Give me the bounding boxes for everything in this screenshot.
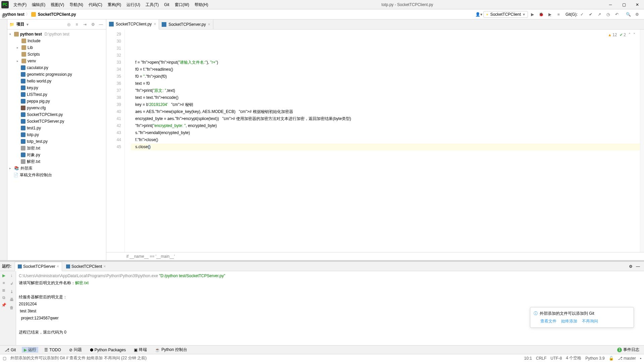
- tool-terminal[interactable]: ▣终端: [132, 347, 149, 353]
- memory-indicator-icon[interactable]: ▪: [640, 356, 641, 361]
- readonly-icon[interactable]: 🔓: [609, 356, 614, 361]
- code-line[interactable]: "fn">print("encrypted_byte: ", encrypted…: [131, 122, 640, 129]
- close-tab-icon[interactable]: ×: [154, 22, 156, 26]
- user-icon[interactable]: 👤▾: [475, 11, 483, 18]
- tool-git[interactable]: ⎇Git: [3, 348, 18, 352]
- code-line[interactable]: f0 = f."fn">readlines(): [131, 66, 640, 73]
- code-line[interactable]: [131, 52, 640, 59]
- rerun-button[interactable]: ▶: [2, 273, 5, 278]
- editor-breadcrumb[interactable]: if __name__ == '__main__': [106, 252, 644, 260]
- gear-icon[interactable]: ⚙: [90, 22, 96, 27]
- menu-file[interactable]: 文件(F): [11, 0, 29, 9]
- tree-item[interactable]: pyvenv.cfg: [7, 105, 106, 111]
- tree-item[interactable]: totp.py: [7, 131, 106, 138]
- tree-scratches[interactable]: 草稿文件和控制台: [20, 172, 52, 178]
- code-line[interactable]: "fn">print("原文: ",text): [131, 87, 640, 94]
- soft-wrap-button[interactable]: ↲: [10, 281, 13, 286]
- gear-icon[interactable]: ⚙: [629, 264, 633, 269]
- tree-item[interactable]: key.py: [7, 84, 106, 91]
- close-tab-icon[interactable]: ×: [103, 264, 106, 269]
- tree-item[interactable]: peppa pig.py: [7, 98, 106, 105]
- tree-item[interactable]: hello world.py: [7, 78, 106, 84]
- code-editor[interactable]: 2930313233343536373839404142434445 12 2 …: [106, 29, 644, 252]
- menu-edit[interactable]: 编辑(E): [29, 0, 48, 9]
- rollback-button[interactable]: ↶: [613, 11, 621, 18]
- line-separator[interactable]: CRLF: [536, 356, 546, 361]
- run-tab-client[interactable]: SocketTCPClient ×: [63, 262, 108, 271]
- caret-position[interactable]: 10:1: [524, 356, 532, 361]
- code-line[interactable]: [131, 158, 640, 165]
- tree-folder[interactable]: Include: [28, 39, 41, 43]
- down-button[interactable]: ↓: [11, 273, 13, 278]
- tree-item[interactable]: 解密.txt: [7, 158, 106, 165]
- menu-refactor[interactable]: 重构(R): [105, 0, 124, 9]
- notification-link-never[interactable]: 不再询问: [582, 318, 598, 324]
- code-line[interactable]: encrypted_byte = aes."fn">encrypt(splice…: [131, 115, 640, 122]
- tree-folder[interactable]: Lib: [28, 45, 33, 50]
- chevron-up-icon[interactable]: ˄: [629, 32, 631, 39]
- run-with-coverage-button[interactable]: ▶̤: [546, 11, 553, 18]
- minimize-button[interactable]: ─: [604, 0, 617, 9]
- breadcrumb-file[interactable]: SocketTCPClient.py: [38, 12, 76, 17]
- close-tab-icon[interactable]: ×: [57, 264, 59, 269]
- file-encoding[interactable]: UTF-8: [550, 356, 562, 361]
- menu-nav[interactable]: 导航(N): [67, 0, 86, 9]
- run-config-selector[interactable]: SocketTCPClient ▾: [483, 11, 528, 18]
- tree-item[interactable]: SocketTCPServer.py: [7, 118, 106, 125]
- tree-folder[interactable]: venv: [28, 59, 36, 63]
- git-commit-button[interactable]: ✔: [587, 11, 594, 18]
- project-tree[interactable]: ▾ python test D:\python test Include ▸Li…: [7, 29, 106, 260]
- settings-button[interactable]: ⚙: [633, 11, 641, 18]
- status-icon[interactable]: ▢: [3, 356, 6, 361]
- menu-tools[interactable]: 工具(T): [143, 0, 161, 9]
- code-line[interactable]: aes = AES."fn">new(splice_key(key), AES.…: [131, 108, 640, 115]
- hide-icon[interactable]: —: [636, 264, 640, 269]
- git-branch[interactable]: ⎇ master: [618, 356, 636, 361]
- code-line[interactable]: s.close(): [131, 143, 640, 150]
- tree-item[interactable]: 加密.txt: [7, 145, 106, 152]
- filter-button[interactable]: ⧉: [2, 295, 5, 300]
- breadcrumb-root[interactable]: python test: [3, 12, 24, 17]
- chevron-right-icon[interactable]: ▸: [17, 46, 20, 49]
- tree-item[interactable]: totp_test.py: [7, 138, 106, 145]
- python-interpreter[interactable]: Python 3.9: [585, 356, 604, 361]
- chevron-down-icon[interactable]: ▾: [26, 22, 29, 27]
- menu-window[interactable]: 窗口(W): [172, 0, 192, 9]
- hide-icon[interactable]: —: [98, 22, 104, 27]
- code-line[interactable]: text = f0: [131, 80, 640, 87]
- scroll-to-end-button[interactable]: ⤓: [10, 289, 13, 294]
- search-button[interactable]: 🔍: [625, 11, 632, 18]
- editor-tab-server[interactable]: SocketTCPServer.py ×: [159, 19, 213, 29]
- tool-packages[interactable]: ⬢Python Packages: [88, 348, 128, 352]
- tool-run[interactable]: ▶运行: [22, 347, 38, 353]
- clear-button[interactable]: 🗑: [10, 305, 14, 310]
- tree-item[interactable]: geometric progression.py: [7, 71, 106, 78]
- warning-count[interactable]: 12: [608, 32, 617, 39]
- menu-help[interactable]: 帮助(H): [192, 0, 211, 9]
- menu-run[interactable]: 运行(U): [124, 0, 143, 9]
- layout-button[interactable]: ≣: [2, 288, 5, 293]
- code-line[interactable]: f = "fn">open("fn">input("请输入文件名:"), "r+…: [131, 59, 640, 66]
- tool-python-console[interactable]: ☕Python 控制台: [153, 347, 189, 353]
- tree-item[interactable]: test1.py: [7, 125, 106, 131]
- git-update-button[interactable]: ✓: [578, 11, 586, 18]
- code-line[interactable]: s."fn">sendall(encrypted_byte): [131, 129, 640, 136]
- code-line[interactable]: [131, 150, 640, 158]
- code-line[interactable]: [131, 165, 640, 172]
- menu-code[interactable]: 代码(C): [86, 0, 105, 9]
- tool-event-log[interactable]: 1事件日志: [615, 347, 641, 353]
- code-line[interactable]: f."fn">close(): [131, 136, 640, 143]
- git-push-button[interactable]: ↗: [596, 11, 603, 18]
- editor-tab-client[interactable]: SocketTCPClient.py ×: [106, 19, 159, 29]
- tree-item[interactable]: caculator.py: [7, 64, 106, 71]
- tool-problems[interactable]: ⊘问题: [67, 347, 84, 353]
- run-button[interactable]: ▶: [529, 11, 536, 18]
- debug-button[interactable]: 🐞: [537, 11, 545, 18]
- stop-button[interactable]: ■: [2, 281, 5, 285]
- print-button[interactable]: 🖶: [10, 297, 14, 302]
- pin-button[interactable]: 📌: [1, 303, 6, 307]
- tree-item[interactable]: SocketTCPClient.py: [7, 111, 106, 118]
- tree-root[interactable]: python test: [20, 32, 42, 37]
- locate-icon[interactable]: ◎: [66, 22, 72, 27]
- code-line[interactable]: f0 = ''."fn">join(f0): [131, 73, 640, 80]
